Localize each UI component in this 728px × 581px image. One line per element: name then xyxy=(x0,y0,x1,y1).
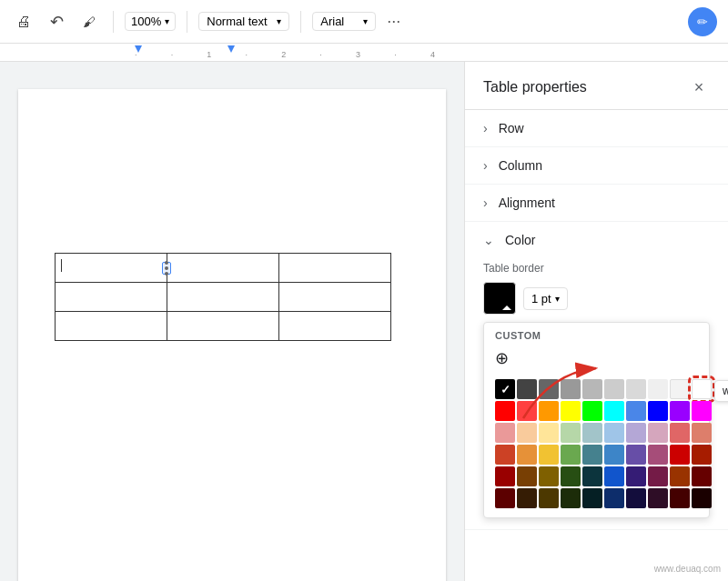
color-cell[interactable] xyxy=(517,445,537,465)
color-cell[interactable] xyxy=(670,466,690,486)
color-cell[interactable] xyxy=(495,401,515,421)
ruler-mark: 3 xyxy=(356,50,360,59)
color-cell[interactable] xyxy=(626,445,646,465)
color-cell[interactable] xyxy=(670,445,690,465)
row-chevron-icon: › xyxy=(483,121,488,135)
color-cell[interactable] xyxy=(495,423,515,443)
color-cell[interactable] xyxy=(582,445,602,465)
color-cell[interactable] xyxy=(539,445,559,465)
table-cell[interactable] xyxy=(167,254,279,283)
color-cell[interactable] xyxy=(561,445,581,465)
border-controls: 1 pt ▾ xyxy=(483,282,710,315)
color-grid: white xyxy=(484,376,709,517)
font-value: Arial xyxy=(320,15,344,28)
color-cell[interactable] xyxy=(517,379,537,399)
color-white[interactable]: white xyxy=(692,379,712,399)
color-cell[interactable] xyxy=(626,379,646,399)
toolbar: 🖨 ↶ 🖌 100% ▾ Normal text ▾ Arial ▾ ··· ✏ xyxy=(0,0,728,44)
color-cell[interactable] xyxy=(670,488,690,508)
table-cell[interactable] xyxy=(279,254,391,283)
table-row xyxy=(56,283,391,312)
color-section-header[interactable]: ⌄ Color xyxy=(483,233,710,247)
color-cell[interactable] xyxy=(517,466,537,486)
color-cell[interactable] xyxy=(648,401,668,421)
color-cell[interactable] xyxy=(648,423,668,443)
color-cell[interactable] xyxy=(692,401,712,421)
panel-close-button[interactable]: × xyxy=(688,76,710,98)
color-cell[interactable] xyxy=(648,488,668,508)
custom-label: CUSTOM xyxy=(484,323,709,345)
format-icon[interactable]: 🖌 xyxy=(76,9,102,35)
table-cell[interactable] xyxy=(56,283,167,312)
color-cell[interactable] xyxy=(670,423,690,443)
color-cell[interactable] xyxy=(495,488,515,508)
ruler: · · 1 · 2 · 3 · 4 xyxy=(0,44,728,62)
border-color-button[interactable] xyxy=(483,282,516,315)
more-options[interactable]: ··· xyxy=(383,10,404,33)
color-cell[interactable] xyxy=(582,423,602,443)
color-cell[interactable] xyxy=(626,466,646,486)
add-custom-button[interactable]: ⊕ xyxy=(484,345,709,376)
table-cell[interactable] xyxy=(167,283,279,312)
color-cell[interactable] xyxy=(670,379,690,399)
color-cell[interactable] xyxy=(517,423,537,443)
style-value: Normal text xyxy=(207,15,267,28)
table-cell[interactable] xyxy=(167,312,279,341)
color-cell[interactable] xyxy=(539,488,559,508)
color-cell[interactable] xyxy=(561,466,581,486)
table-cell[interactable] xyxy=(279,283,391,312)
color-cell[interactable] xyxy=(604,401,624,421)
undo-icon[interactable]: ↶ xyxy=(44,9,69,35)
color-cell[interactable] xyxy=(539,466,559,486)
table-cell[interactable] xyxy=(56,254,167,283)
color-cell[interactable] xyxy=(561,423,581,443)
print-icon[interactable]: 🖨 xyxy=(11,9,36,35)
zoom-selector[interactable]: 100% ▾ xyxy=(125,12,176,31)
color-cell[interactable] xyxy=(517,488,537,508)
color-cell[interactable] xyxy=(692,466,712,486)
table-cell[interactable] xyxy=(279,312,391,341)
color-cell[interactable] xyxy=(582,466,602,486)
color-cell[interactable] xyxy=(517,401,537,421)
color-cell[interactable] xyxy=(561,401,581,421)
col-resize-handle[interactable] xyxy=(162,262,171,275)
color-cell[interactable] xyxy=(604,488,624,508)
color-cell[interactable] xyxy=(626,488,646,508)
color-cell[interactable] xyxy=(670,401,690,421)
section-column[interactable]: › Column xyxy=(465,147,728,185)
color-cell[interactable] xyxy=(582,379,602,399)
color-cell[interactable] xyxy=(495,466,515,486)
color-cell[interactable] xyxy=(626,401,646,421)
color-cell[interactable] xyxy=(604,466,624,486)
section-alignment[interactable]: › Alignment xyxy=(465,185,728,222)
font-arrow: ▾ xyxy=(363,16,368,26)
color-cell[interactable] xyxy=(604,423,624,443)
color-cell[interactable] xyxy=(539,423,559,443)
color-cell[interactable] xyxy=(582,401,602,421)
color-cell[interactable] xyxy=(604,379,624,399)
color-cell[interactable] xyxy=(648,466,668,486)
color-cell[interactable] xyxy=(648,445,668,465)
color-cell[interactable] xyxy=(648,379,668,399)
table-cell[interactable] xyxy=(56,312,167,341)
border-size-button[interactable]: 1 pt ▾ xyxy=(523,287,568,310)
color-black[interactable] xyxy=(495,379,515,399)
color-cell[interactable] xyxy=(604,445,624,465)
section-row[interactable]: › Row xyxy=(465,110,728,147)
font-selector[interactable]: Arial ▾ xyxy=(312,12,376,31)
color-cell[interactable] xyxy=(626,423,646,443)
color-cell[interactable] xyxy=(582,488,602,508)
color-cell[interactable] xyxy=(692,423,712,443)
color-cell[interactable] xyxy=(692,445,712,465)
color-cell[interactable] xyxy=(539,401,559,421)
color-cell[interactable] xyxy=(539,379,559,399)
right-panel: Table properties × › Row › Column › Alig… xyxy=(464,62,728,581)
ruler-mark: · xyxy=(135,50,137,59)
pencil-button[interactable]: ✏ xyxy=(688,7,717,36)
style-selector[interactable]: Normal text ▾ xyxy=(198,12,289,31)
document-table[interactable] xyxy=(55,253,391,341)
color-cell[interactable] xyxy=(495,445,515,465)
color-cell[interactable] xyxy=(561,488,581,508)
color-cell[interactable] xyxy=(561,379,581,399)
color-cell[interactable] xyxy=(692,488,712,508)
